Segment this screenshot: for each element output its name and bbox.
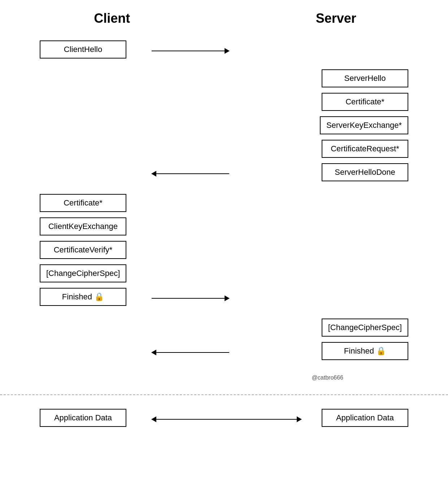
separator-line xyxy=(0,394,448,395)
client-hello-box: ClientHello xyxy=(40,40,126,59)
app-data-server-label: Application Data xyxy=(322,409,408,427)
app-data-server-box: Application Data xyxy=(322,409,408,427)
client-key-exchange-box: ClientKeyExchange xyxy=(40,217,126,235)
header-row: Client Server xyxy=(0,0,448,30)
certificate-verify-label: CertificateVerify* xyxy=(40,241,126,259)
server-change-cipher-label: [ChangeCipherSpec] xyxy=(322,319,408,337)
client-hello-label: ClientHello xyxy=(40,40,126,59)
app-data-client-label: Application Data xyxy=(40,409,126,427)
client-finished-arrow xyxy=(152,298,229,299)
client-finished-label: Finished 🔒 xyxy=(40,288,126,306)
tls-handshake-diagram: Client Server ClientHello ServerHello Ce… xyxy=(0,0,448,489)
server-hello-box: ServerHello xyxy=(322,69,408,87)
server-hello-done-box: ServerHelloDone xyxy=(322,163,408,181)
client-certificate-label: Certificate* xyxy=(40,194,126,212)
certificate-request-label: CertificateRequest* xyxy=(322,140,408,158)
client-finished-box: Finished 🔒 xyxy=(40,288,126,306)
certificate-verify-box: CertificateVerify* xyxy=(40,241,126,259)
server-finished-label: Finished 🔒 xyxy=(322,342,408,360)
client-key-exchange-label: ClientKeyExchange xyxy=(40,217,126,235)
client-certificate-box: Certificate* xyxy=(40,194,126,212)
client-hello-arrow xyxy=(152,51,229,51)
app-data-arrow xyxy=(152,419,301,420)
attribution-text: @catbro666 xyxy=(312,375,343,381)
server-change-cipher-box: [ChangeCipherSpec] xyxy=(322,319,408,337)
server-header: Server xyxy=(264,11,408,26)
server-hello-done-label: ServerHelloDone xyxy=(322,163,408,181)
server-key-exchange-label: ServerKeyExchange* xyxy=(320,116,408,134)
main-area: ClientHello ServerHello Certificate* Ser… xyxy=(0,30,448,489)
server-hello-label: ServerHello xyxy=(322,69,408,87)
client-header: Client xyxy=(40,11,184,26)
server-key-exchange-box: ServerKeyExchange* xyxy=(320,116,408,134)
certificate-request-box: CertificateRequest* xyxy=(322,140,408,158)
server-certificate-box: Certificate* xyxy=(322,93,408,111)
server-finished-box: Finished 🔒 xyxy=(322,342,408,360)
app-data-client-box: Application Data xyxy=(40,409,126,427)
client-change-cipher-box: [ChangeCipherSpec] xyxy=(40,264,126,282)
server-certificate-label: Certificate* xyxy=(322,93,408,111)
server-hello-done-arrow xyxy=(152,173,229,174)
client-change-cipher-label: [ChangeCipherSpec] xyxy=(40,264,126,282)
server-finished-arrow xyxy=(152,352,229,353)
